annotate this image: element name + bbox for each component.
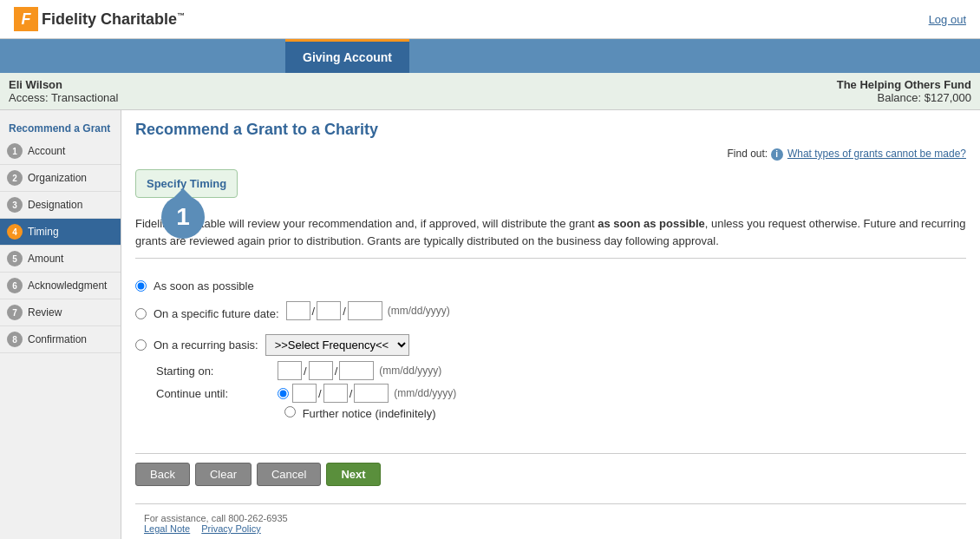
sidebar-label-timing: Timing <box>28 226 59 238</box>
starting-on-label: Starting on: <box>156 365 278 378</box>
radio-indefinitely[interactable] <box>284 406 296 417</box>
step-num-4: 4 <box>7 224 23 240</box>
option-asap: As soon as possible <box>135 279 966 293</box>
option-future: On a specific future date: / / (mm/dd/yy… <box>135 301 966 325</box>
label-recurring[interactable]: On a recurring basis: <box>154 339 258 352</box>
radio-continue-date[interactable] <box>278 388 289 399</box>
date-format-continue: (mm/dd/yyyy) <box>394 387 456 399</box>
balance-label: Balance: <box>878 91 922 104</box>
option-recurring: On a recurring basis: >>Select Frequency… <box>135 334 966 420</box>
continue-yyyy[interactable] <box>354 384 389 403</box>
nav-tab-empty <box>0 39 285 73</box>
nav-spacer <box>409 39 980 73</box>
options-section: As soon as possible On a specific future… <box>135 273 966 436</box>
user-info-left: Eli Wilson Access: Transactional <box>9 78 118 104</box>
continue-mm[interactable] <box>292 384 317 403</box>
user-info-bar: Eli Wilson Access: Transactional The Hel… <box>0 73 980 110</box>
radio-future[interactable] <box>135 308 147 319</box>
sidebar-title: Recommend a Grant <box>0 117 121 138</box>
sidebar-label-account: Account <box>28 145 65 157</box>
fund-info: The Helping Others Fund Balance: $127,00… <box>837 78 971 104</box>
footer-links: Legal Note Privacy Policy <box>144 523 957 534</box>
sidebar-label-amount: Amount <box>28 253 63 265</box>
next-button[interactable]: Next <box>326 463 380 486</box>
tab-giving-account[interactable]: Giving Account <box>285 39 409 73</box>
sidebar-item-organization[interactable]: 2 Organization <box>0 165 121 192</box>
page-title: Recommend a Grant to a Charity <box>135 121 966 139</box>
clear-button[interactable]: Clear <box>195 463 252 486</box>
info-text: Fidelity Charitable will review your rec… <box>135 207 966 259</box>
frequency-select[interactable]: >>Select Frequency<< <box>265 334 409 356</box>
further-notice-row: Further notice (indefinitely) <box>284 406 966 420</box>
tooltip-badge: 1 <box>161 195 205 239</box>
sidebar-label-review: Review <box>28 306 62 319</box>
access-label: Access: <box>9 91 49 104</box>
sidebar-item-timing[interactable]: 4 Timing <box>0 219 121 246</box>
starting-on-row: Starting on: / / (mm/dd/yyyy) <box>156 361 966 380</box>
start-dd[interactable] <box>309 361 333 380</box>
user-access: Access: Transactional <box>9 91 118 104</box>
sep6: / <box>350 387 353 400</box>
label-asap[interactable]: As soon as possible <box>154 279 254 293</box>
find-out-link[interactable]: What types of grants cannot be made? <box>787 148 966 160</box>
continue-until-label: Continue until: <box>156 387 278 400</box>
find-out-prefix: Find out: <box>727 148 768 160</box>
content-area: Recommend a Grant to a Charity Find out:… <box>121 110 980 539</box>
logo-name: Fidelity Charitable™ <box>42 10 185 29</box>
assistance-text: For assistance, call 800-262-6935 <box>144 513 957 523</box>
sidebar-item-acknowledgment[interactable]: 6 Acknowledgment <box>0 273 121 299</box>
sidebar-item-account[interactable]: 1 Account <box>0 138 121 165</box>
sep1: / <box>312 305 316 318</box>
radio-recurring[interactable] <box>135 339 147 351</box>
info-icon: i <box>771 148 783 161</box>
footer: For assistance, call 800-262-6935 Legal … <box>135 503 966 539</box>
sep4: / <box>335 365 338 378</box>
continue-until-section: Continue until: / / (mm/dd/yyyy) Further… <box>156 384 966 420</box>
future-date-mm[interactable] <box>286 301 310 320</box>
logo-tm: ™ <box>177 11 185 20</box>
sidebar-item-confirmation[interactable]: 8 Confirmation <box>0 326 121 353</box>
sep2: / <box>343 305 346 318</box>
date-format-start: (mm/dd/yyyy) <box>379 365 441 377</box>
back-button[interactable]: Back <box>135 463 190 486</box>
info-text-start: Fidelity Charitable will review your rec… <box>135 217 598 230</box>
logout-button[interactable]: Log out <box>929 13 966 26</box>
step-num-3: 3 <box>7 197 23 213</box>
nav-tabs: Giving Account <box>0 39 980 73</box>
label-indefinitely[interactable]: Further notice (indefinitely) <box>303 407 436 420</box>
info-text-bold: as soon as possible <box>598 217 705 230</box>
sidebar-item-designation[interactable]: 3 Designation <box>0 192 121 219</box>
sidebar: Recommend a Grant 1 Account 2 Organizati… <box>0 110 121 539</box>
privacy-policy-link[interactable]: Privacy Policy <box>201 523 260 534</box>
legal-note-link[interactable]: Legal Note <box>144 523 190 534</box>
continue-dd[interactable] <box>323 384 348 403</box>
step-num-6: 6 <box>7 278 23 293</box>
sidebar-item-amount[interactable]: 5 Amount <box>0 246 121 273</box>
balance: Balance: $127,000 <box>837 91 971 104</box>
continue-until-row: Continue until: / / (mm/dd/yyyy) <box>156 384 966 403</box>
balance-amount: $127,000 <box>924 91 971 104</box>
start-yyyy[interactable] <box>339 361 374 380</box>
step-num-1: 1 <box>7 143 23 159</box>
step-num-5: 5 <box>7 251 23 266</box>
specify-timing-wrapper: Specify Timing 1 <box>135 169 966 198</box>
sidebar-label-acknowledgment: Acknowledgment <box>28 279 107 292</box>
label-future[interactable]: On a specific future date: <box>154 307 279 320</box>
sidebar-label-organization: Organization <box>28 172 87 184</box>
access-type: Transactional <box>51 91 119 104</box>
future-date-yyyy[interactable] <box>348 301 382 320</box>
sidebar-item-review[interactable]: 7 Review <box>0 299 121 326</box>
radio-row-recurring: On a recurring basis: >>Select Frequency… <box>135 334 966 356</box>
find-out: Find out: i What types of grants cannot … <box>135 148 966 161</box>
logo-icon: F <box>22 10 31 29</box>
radio-row-asap: As soon as possible <box>135 279 966 293</box>
radio-asap[interactable] <box>135 280 147 292</box>
cancel-button[interactable]: Cancel <box>257 463 321 486</box>
start-mm[interactable] <box>278 361 302 380</box>
logo-name-text: Fidelity Charitable <box>42 10 177 28</box>
header: F Fidelity Charitable™ Log out <box>0 0 980 39</box>
frequency-select-wrapper: >>Select Frequency<< <box>265 334 409 356</box>
date-format-future: (mm/dd/yyyy) <box>388 305 450 317</box>
logo-box: F <box>14 7 38 31</box>
future-date-dd[interactable] <box>317 301 341 320</box>
